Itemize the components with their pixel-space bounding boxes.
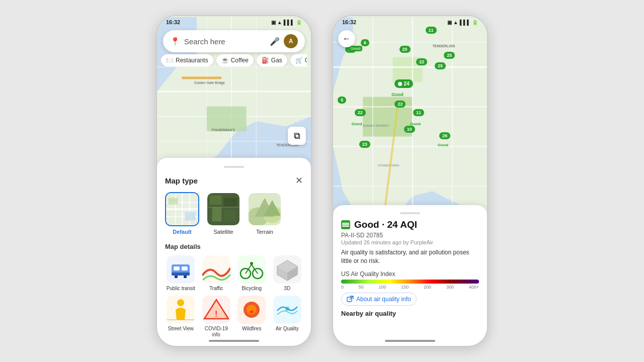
aqi-marker-1[interactable]: 11 — [426, 27, 437, 34]
map-type-default[interactable]: Default — [165, 192, 199, 235]
detail-3d[interactable]: 3D — [272, 255, 303, 292]
svg-rect-27 — [224, 210, 236, 222]
aqi-label-150: 150 — [401, 285, 409, 290]
map-type-header: Map type ✕ — [165, 175, 303, 186]
satellite-label: Satellite — [213, 229, 233, 235]
battery-icon-r: 🔋 — [472, 20, 478, 25]
bicycling-label: Bicycling — [242, 286, 262, 292]
pill-gas[interactable]: ⛽ Gas — [257, 54, 287, 66]
svg-rect-42 — [202, 255, 230, 284]
status-bar-right: 16:32 ▣ ▲ ▌▌▌ 🔋 — [333, 16, 487, 26]
aqi-marker-10[interactable]: 22 — [355, 109, 366, 116]
pill-grocer[interactable]: 🛒 Grocer — [290, 54, 307, 66]
traffic-label: Traffic — [209, 286, 223, 292]
sheet-handle — [224, 166, 244, 168]
aqi-label-300: 300 — [446, 285, 454, 290]
aqi-label-400: 400+ — [469, 285, 479, 290]
aqi-marker-8[interactable]: 5 — [338, 97, 346, 104]
aqi-marker-6[interactable]: 22 — [416, 58, 427, 65]
map-type-options: Default — [165, 192, 303, 235]
svg-rect-83 — [347, 297, 352, 302]
close-sheet-button[interactable]: ✕ — [295, 175, 303, 186]
detail-airquality[interactable]: Air Quality — [272, 296, 303, 338]
svg-rect-38 — [182, 266, 188, 270]
user-avatar[interactable]: A — [284, 34, 298, 48]
aqi-title-row: Good · 24 AQI — [341, 219, 479, 230]
svg-rect-26 — [212, 207, 221, 221]
wifi-icon: ▲ — [277, 20, 282, 25]
aqi-station: PA-II-SD 20785 — [341, 232, 479, 239]
home-indicator-left — [209, 340, 259, 342]
airquality-icon — [273, 296, 301, 324]
default-map-icon — [165, 192, 199, 226]
airquality-label: Air Quality — [276, 326, 299, 332]
svg-text:SUNSET DISTRICT: SUNSET DISTRICT — [363, 124, 389, 127]
detail-bicycling[interactable]: Bicycling — [236, 255, 268, 292]
sim-icon-r: ▣ — [447, 20, 452, 25]
signal-icon: ▌▌▌ — [284, 20, 294, 25]
map-type-sheet: Map type ✕ — [157, 158, 311, 346]
svg-rect-22 — [185, 212, 196, 221]
wifi-icon-r: ▲ — [453, 20, 458, 25]
wildfires-icon — [237, 296, 266, 324]
detail-wildfires[interactable]: Wildfires — [236, 296, 268, 338]
transit-icon — [167, 255, 195, 284]
detail-transit[interactable]: Public transit — [165, 255, 197, 292]
about-air-quality-link[interactable]: About air quality info — [341, 293, 417, 306]
map-type-satellite[interactable]: Satellite — [206, 192, 240, 235]
aqi-value: 24 AQI — [387, 219, 417, 230]
restaurants-icon: 🍽️ — [166, 57, 174, 64]
search-placeholder: Search here — [184, 37, 266, 46]
svg-text:TENDERLOIN: TENDERLOIN — [432, 44, 455, 48]
3d-icon — [273, 255, 301, 284]
aqi-label-0: 0 — [341, 285, 344, 290]
detail-streetview[interactable]: Street View — [165, 296, 197, 338]
streetview-icon — [167, 296, 195, 324]
nearby-title: Nearby air quality — [341, 310, 479, 317]
map-background-right: TENDERLOIN SUNSET DISTRICT STONESTOWN 11… — [333, 16, 487, 227]
detail-traffic[interactable]: Traffic — [201, 255, 232, 292]
aqi-marker-11[interactable]: 11 — [413, 109, 424, 116]
terrain-label: Terrain — [256, 229, 273, 235]
aqi-marker-12[interactable]: 10 — [404, 126, 415, 133]
aqi-good-2: Good — [352, 122, 362, 126]
back-button[interactable]: ← — [338, 30, 355, 47]
detail-covid[interactable]: ! COVID-19 info — [201, 296, 232, 338]
svg-rect-10 — [207, 107, 247, 131]
aqi-marker-7[interactable]: 25 — [435, 62, 446, 69]
aqi-marker-9[interactable]: 22 — [394, 101, 406, 108]
svg-rect-40 — [175, 276, 178, 278]
pill-coffee[interactable]: ☕ Coffee — [216, 54, 254, 66]
map-detail-options: Public transit Traffic — [165, 255, 303, 338]
aqi-label-200: 200 — [424, 285, 431, 290]
aqi-marker-5[interactable]: 25 — [444, 52, 455, 59]
pill-gas-label: Gas — [271, 57, 282, 64]
svg-rect-9 — [182, 76, 221, 79]
aqi-marker-14[interactable]: 26 — [439, 132, 450, 139]
pill-restaurants[interactable]: 🍽️ Restaurants — [161, 54, 213, 66]
category-pills: 🍽️ Restaurants ☕ Coffee ⛽ Gas 🛒 Grocer — [161, 54, 307, 66]
aqi-bar-labels: 0 50 100 150 200 300 400+ — [341, 285, 479, 290]
external-link-icon — [347, 296, 354, 303]
aqi-marker-13[interactable]: 23 — [359, 141, 370, 148]
aqi-status-icon — [341, 220, 350, 229]
aqi-marker-4[interactable]: 20 — [399, 46, 411, 53]
layers-button[interactable]: ⧉ — [288, 127, 306, 145]
search-bar[interactable]: 📍 Search here 🎤 A — [163, 30, 305, 52]
status-bar-left: 16:32 ▣ ▲ ▌▌▌ 🔋 — [157, 16, 311, 26]
mic-icon[interactable]: 🎤 — [270, 37, 280, 46]
transit-label: Public transit — [167, 286, 195, 292]
aqi-title: Good · 24 AQI — [354, 219, 417, 230]
aqi-index-label: US Air Quality Index — [341, 270, 479, 278]
satellite-map-icon — [206, 192, 240, 226]
coffee-icon: ☕ — [221, 57, 229, 64]
default-label: Default — [173, 229, 191, 235]
map-type-terrain[interactable]: Terrain — [248, 192, 282, 235]
pill-restaurants-label: Restaurants — [176, 57, 208, 64]
status-icons-right: ▣ ▲ ▌▌▌ 🔋 — [447, 20, 478, 25]
aqi-marker-2[interactable]: 6 — [361, 39, 369, 46]
svg-rect-24 — [210, 196, 222, 205]
aqi-marker-main[interactable]: 24 — [394, 79, 413, 88]
svg-rect-25 — [224, 198, 237, 206]
terrain-map-icon — [248, 192, 282, 226]
